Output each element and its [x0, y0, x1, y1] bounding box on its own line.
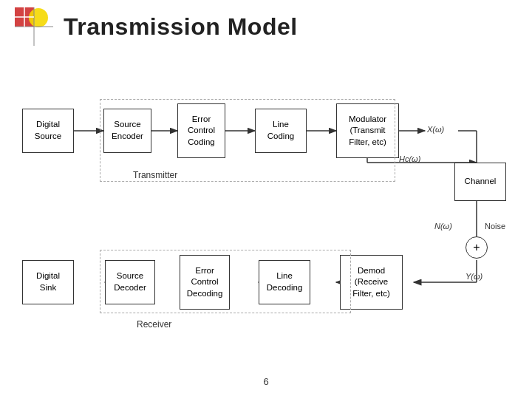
source-decoder-label: Source Decoder — [114, 270, 146, 293]
y-omega-label: Y(ω) — [466, 272, 482, 281]
demod-label: Demod (Receive Filter, etc) — [352, 265, 389, 300]
n-omega-label: N(ω) — [434, 222, 452, 231]
digital-sink-label: Digital Sink — [36, 270, 60, 293]
line-decoding-box: Line Decoding — [259, 260, 310, 304]
line-coding-label: Line Coding — [267, 119, 294, 142]
line-decoding-label: Line Decoding — [267, 270, 303, 293]
page-number: 6 — [263, 376, 268, 387]
plus-circle: + — [466, 236, 488, 259]
line-coding-box: Line Coding — [255, 109, 307, 153]
channel-label: Channel — [465, 176, 497, 188]
page-title: Transmission Model — [64, 13, 298, 41]
error-control-coding-box: Error Control Coding — [177, 103, 225, 158]
x-omega-label: X(ω) — [427, 125, 444, 134]
noise-label: Noise — [485, 222, 505, 231]
source-encoder-label: Source Encoder — [112, 119, 143, 142]
error-control-coding-label: Error Control Coding — [188, 114, 215, 149]
receiver-label: Receiver — [137, 319, 171, 330]
modulator-box: Modulator (Transmit Filter, etc) — [336, 103, 399, 158]
channel-box: Channel — [454, 163, 506, 201]
source-encoder-box: Source Encoder — [103, 109, 151, 153]
hc-omega-label: Hc(ω) — [399, 154, 420, 163]
digital-sink-box: Digital Sink — [22, 260, 74, 304]
digital-source-label: Digital Source — [35, 119, 61, 142]
error-control-decoding-label: Error Control Decoding — [187, 265, 223, 300]
error-control-decoding-box: Error Control Decoding — [180, 255, 230, 310]
source-decoder-box: Source Decoder — [105, 260, 155, 304]
header: Transmission Model — [0, 0, 532, 53]
arrows-svg — [0, 53, 532, 393]
svg-point-2 — [29, 8, 48, 27]
logo-icon — [15, 7, 53, 46]
transmitter-label: Transmitter — [133, 170, 177, 180]
demod-box: Demod (Receive Filter, etc) — [340, 255, 403, 310]
diagram: Digital Source Source Encoder Error Cont… — [0, 53, 532, 393]
modulator-label: Modulator (Transmit Filter, etc) — [349, 114, 386, 149]
digital-source-box: Digital Source — [22, 109, 74, 153]
